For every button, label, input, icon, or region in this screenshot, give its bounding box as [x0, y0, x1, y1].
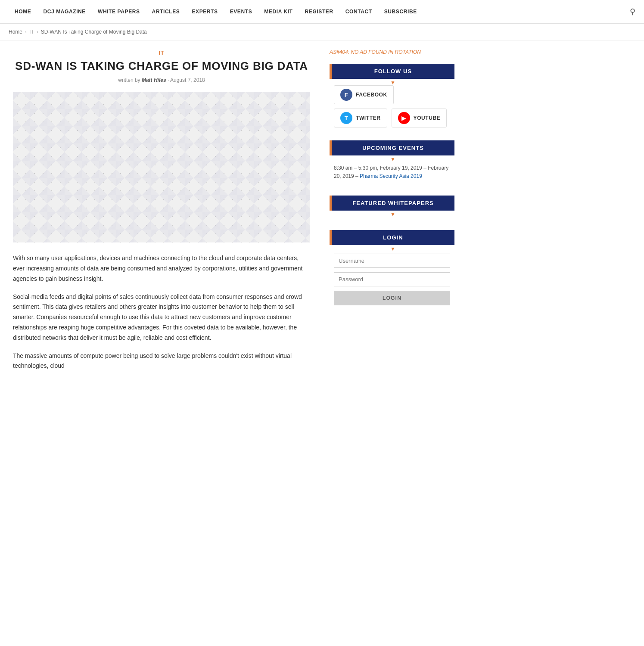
login-header: LOGIN — [330, 230, 454, 245]
article-paragraph-2: Social-media feeds and digital points of… — [13, 292, 310, 343]
written-by-label: written by — [118, 77, 140, 83]
main-nav: HOME DCJ MAGAZINE WHITE PAPERS ARTICLES … — [0, 0, 644, 24]
sidebar: AS#404: NO AD FOUND IN ROTATION FOLLOW U… — [323, 40, 461, 388]
article-category: IT — [13, 49, 310, 56]
nav-register[interactable]: REGISTER — [299, 0, 339, 23]
follow-us-header: FOLLOW US — [330, 64, 454, 79]
nav-dcj-magazine[interactable]: DCJ MAGAZINE — [37, 0, 92, 23]
facebook-label: FACEBOOK — [356, 92, 387, 98]
breadcrumb-current: SD-WAN Is Taking Charge of Moving Big Da… — [41, 29, 147, 35]
event-item: 8:30 am – 5:30 pm, February 19, 2019 – F… — [334, 164, 450, 180]
article-title: SD-WAN IS TAKING CHARGE OF MOVING BIG DA… — [13, 59, 310, 73]
ad-placeholder: AS#404: NO AD FOUND IN ROTATION — [330, 49, 454, 55]
nav-links: HOME DCJ MAGAZINE WHITE PAPERS ARTICLES … — [9, 0, 423, 23]
featured-whitepapers-section: FEATURED WHITEPAPERS — [330, 196, 454, 219]
nav-contact[interactable]: CONTACT — [339, 0, 378, 23]
twitter-icon: t — [340, 112, 352, 124]
password-input[interactable] — [334, 272, 450, 286]
nav-experts[interactable]: EXPERTS — [186, 0, 224, 23]
login-body: LOGIN — [330, 245, 454, 310]
page-wrapper: IT SD-WAN IS TAKING CHARGE OF MOVING BIG… — [0, 40, 644, 388]
search-icon[interactable]: ⚲ — [630, 7, 635, 16]
nav-media-kit[interactable]: MEDIA KIT — [258, 0, 299, 23]
youtube-label: YOUTUBE — [414, 115, 441, 121]
article-author[interactable]: Matt Hiles — [142, 77, 166, 83]
upcoming-events-section: UPCOMING EVENTS 8:30 am – 5:30 pm, Febru… — [330, 140, 454, 185]
breadcrumb-it[interactable]: IT — [29, 29, 34, 35]
article-paragraph-1: With so many user applications, devices … — [13, 253, 310, 284]
breadcrumb: Home › IT › SD-WAN Is Taking Charge of M… — [0, 24, 644, 40]
article-date: August 7, 2018 — [170, 77, 205, 83]
youtube-icon: ▶ — [398, 112, 410, 124]
nav-events[interactable]: EVENTS — [224, 0, 258, 23]
article-body: With so many user applications, devices … — [13, 253, 310, 371]
twitter-button[interactable]: t TWITTER — [334, 109, 387, 127]
nav-white-papers[interactable]: WHITE PAPERS — [92, 0, 146, 23]
social-buttons: f FACEBOOK t TWITTER ▶ YOUTUBE — [330, 79, 454, 130]
upcoming-events-header: UPCOMING EVENTS — [330, 140, 454, 155]
login-button[interactable]: LOGIN — [334, 291, 450, 305]
nav-articles[interactable]: ARTICLES — [146, 0, 186, 23]
facebook-button[interactable]: f FACEBOOK — [334, 85, 394, 104]
breadcrumb-sep-2: › — [37, 29, 38, 35]
login-section: LOGIN LOGIN — [330, 230, 454, 310]
breadcrumb-sep-1: › — [25, 29, 27, 35]
nav-subscribe[interactable]: SUBSCRIBE — [378, 0, 423, 23]
main-content: IT SD-WAN IS TAKING CHARGE OF MOVING BIG… — [0, 40, 323, 388]
username-input[interactable] — [334, 254, 450, 268]
featured-whitepapers-header: FEATURED WHITEPAPERS — [330, 196, 454, 211]
facebook-icon: f — [340, 89, 352, 101]
event-link[interactable]: Pharma Security Asia 2019 — [360, 173, 422, 179]
twitter-label: TWITTER — [356, 115, 381, 121]
follow-us-section: FOLLOW US f FACEBOOK t TWITTER ▶ YOUTUBE — [330, 64, 454, 130]
article-paragraph-3: The massive amounts of compute power bei… — [13, 351, 310, 372]
nav-home[interactable]: HOME — [9, 0, 37, 23]
article-meta: written by Matt Hiles · August 7, 2018 — [13, 77, 310, 83]
youtube-button[interactable]: ▶ YOUTUBE — [392, 109, 447, 127]
breadcrumb-home[interactable]: Home — [9, 29, 22, 35]
date-separator: · — [168, 77, 169, 83]
article-image — [13, 92, 310, 242]
